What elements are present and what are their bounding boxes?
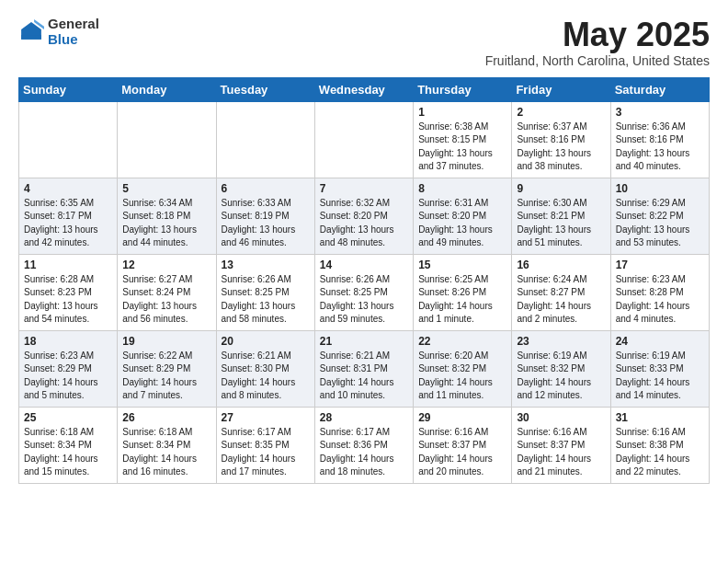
svg-rect-2 <box>21 35 41 40</box>
page: General Blue May 2025 Fruitland, North C… <box>0 0 728 500</box>
calendar-cell: 21Sunrise: 6:21 AM Sunset: 8:31 PM Dayli… <box>314 330 413 407</box>
day-info: Sunrise: 6:22 AM Sunset: 8:29 PM Dayligh… <box>122 350 210 403</box>
calendar-cell: 13Sunrise: 6:26 AM Sunset: 8:25 PM Dayli… <box>216 254 314 330</box>
day-info: Sunrise: 6:32 AM Sunset: 8:20 PM Dayligh… <box>320 197 408 250</box>
calendar-cell: 23Sunrise: 6:19 AM Sunset: 8:32 PM Dayli… <box>512 330 610 407</box>
day-number: 27 <box>222 411 310 424</box>
day-info: Sunrise: 6:26 AM Sunset: 8:25 PM Dayligh… <box>320 273 408 327</box>
calendar-cell: 8Sunrise: 6:31 AM Sunset: 8:20 PM Daylig… <box>414 178 512 254</box>
day-info: Sunrise: 6:26 AM Sunset: 8:25 PM Dayligh… <box>222 273 310 327</box>
day-info: Sunrise: 6:37 AM Sunset: 8:16 PM Dayligh… <box>517 121 605 174</box>
calendar-cell: 31Sunrise: 6:16 AM Sunset: 8:38 PM Dayli… <box>610 407 709 483</box>
day-number: 20 <box>222 335 310 348</box>
day-number: 29 <box>418 411 506 424</box>
day-info: Sunrise: 6:17 AM Sunset: 8:36 PM Dayligh… <box>320 426 408 479</box>
day-number: 7 <box>320 182 408 195</box>
day-number: 15 <box>418 259 506 271</box>
logo-general: General <box>48 17 99 32</box>
calendar-cell <box>19 101 118 178</box>
title-block: May 2025 Fruitland, North Carolina, Unit… <box>485 17 710 68</box>
day-info: Sunrise: 6:17 AM Sunset: 8:35 PM Dayligh… <box>222 426 310 479</box>
day-number: 25 <box>24 411 112 424</box>
day-number: 11 <box>24 259 112 271</box>
calendar-cell: 24Sunrise: 6:19 AM Sunset: 8:33 PM Dayli… <box>610 330 709 407</box>
calendar-cell: 20Sunrise: 6:21 AM Sunset: 8:30 PM Dayli… <box>216 330 314 407</box>
day-info: Sunrise: 6:16 AM Sunset: 8:37 PM Dayligh… <box>517 426 605 479</box>
calendar-cell: 25Sunrise: 6:18 AM Sunset: 8:34 PM Dayli… <box>19 407 118 483</box>
calendar-cell: 28Sunrise: 6:17 AM Sunset: 8:36 PM Dayli… <box>314 407 413 483</box>
day-info: Sunrise: 6:29 AM Sunset: 8:22 PM Dayligh… <box>616 197 704 250</box>
logo-text: General Blue <box>48 17 99 47</box>
calendar-cell: 27Sunrise: 6:17 AM Sunset: 8:35 PM Dayli… <box>216 407 314 483</box>
calendar-table: SundayMondayTuesdayWednesdayThursdayFrid… <box>18 77 710 484</box>
day-number: 13 <box>222 259 310 271</box>
day-info: Sunrise: 6:31 AM Sunset: 8:20 PM Dayligh… <box>418 197 506 250</box>
calendar-cell: 3Sunrise: 6:36 AM Sunset: 8:16 PM Daylig… <box>610 101 709 178</box>
day-number: 17 <box>616 259 704 271</box>
month-title: May 2025 <box>485 17 710 53</box>
calendar-header-row: SundayMondayTuesdayWednesdayThursdayFrid… <box>19 77 710 101</box>
day-info: Sunrise: 6:38 AM Sunset: 8:15 PM Dayligh… <box>418 121 506 174</box>
calendar-cell: 17Sunrise: 6:23 AM Sunset: 8:28 PM Dayli… <box>610 254 709 330</box>
day-info: Sunrise: 6:18 AM Sunset: 8:34 PM Dayligh… <box>122 426 210 479</box>
day-info: Sunrise: 6:19 AM Sunset: 8:32 PM Dayligh… <box>517 350 605 403</box>
day-info: Sunrise: 6:23 AM Sunset: 8:29 PM Dayligh… <box>24 350 112 403</box>
day-info: Sunrise: 6:18 AM Sunset: 8:34 PM Dayligh… <box>24 426 112 479</box>
logo-icon <box>18 19 44 45</box>
calendar-week-2: 4Sunrise: 6:35 AM Sunset: 8:17 PM Daylig… <box>19 178 710 254</box>
calendar-cell <box>118 101 216 178</box>
calendar-header-monday: Monday <box>118 77 216 101</box>
calendar-cell: 16Sunrise: 6:24 AM Sunset: 8:27 PM Dayli… <box>512 254 610 330</box>
day-info: Sunrise: 6:28 AM Sunset: 8:23 PM Dayligh… <box>24 273 112 327</box>
calendar-week-3: 11Sunrise: 6:28 AM Sunset: 8:23 PM Dayli… <box>19 254 710 330</box>
calendar-week-1: 1Sunrise: 6:38 AM Sunset: 8:15 PM Daylig… <box>19 101 710 178</box>
day-info: Sunrise: 6:34 AM Sunset: 8:18 PM Dayligh… <box>122 197 210 250</box>
day-number: 3 <box>616 106 704 119</box>
day-info: Sunrise: 6:30 AM Sunset: 8:21 PM Dayligh… <box>517 197 605 250</box>
calendar-header-wednesday: Wednesday <box>314 77 413 101</box>
calendar-cell: 15Sunrise: 6:25 AM Sunset: 8:26 PM Dayli… <box>414 254 512 330</box>
calendar-cell: 1Sunrise: 6:38 AM Sunset: 8:15 PM Daylig… <box>414 101 512 178</box>
day-number: 19 <box>122 335 210 348</box>
calendar-cell: 6Sunrise: 6:33 AM Sunset: 8:19 PM Daylig… <box>216 178 314 254</box>
day-info: Sunrise: 6:25 AM Sunset: 8:26 PM Dayligh… <box>418 273 506 327</box>
calendar-cell: 22Sunrise: 6:20 AM Sunset: 8:32 PM Dayli… <box>414 330 512 407</box>
day-number: 12 <box>122 259 210 271</box>
calendar-cell: 18Sunrise: 6:23 AM Sunset: 8:29 PM Dayli… <box>19 330 118 407</box>
day-number: 14 <box>320 259 408 271</box>
calendar-cell: 14Sunrise: 6:26 AM Sunset: 8:25 PM Dayli… <box>314 254 413 330</box>
calendar-cell <box>216 101 314 178</box>
day-number: 18 <box>24 335 112 348</box>
day-info: Sunrise: 6:24 AM Sunset: 8:27 PM Dayligh… <box>517 273 605 327</box>
day-number: 1 <box>418 106 506 119</box>
calendar-week-4: 18Sunrise: 6:23 AM Sunset: 8:29 PM Dayli… <box>19 330 710 407</box>
day-number: 2 <box>517 106 605 119</box>
day-info: Sunrise: 6:33 AM Sunset: 8:19 PM Dayligh… <box>222 197 310 250</box>
calendar-cell: 19Sunrise: 6:22 AM Sunset: 8:29 PM Dayli… <box>118 330 216 407</box>
day-info: Sunrise: 6:36 AM Sunset: 8:16 PM Dayligh… <box>616 121 704 174</box>
day-number: 8 <box>418 182 506 195</box>
calendar-cell: 26Sunrise: 6:18 AM Sunset: 8:34 PM Dayli… <box>118 407 216 483</box>
calendar-cell: 12Sunrise: 6:27 AM Sunset: 8:24 PM Dayli… <box>118 254 216 330</box>
calendar-cell: 11Sunrise: 6:28 AM Sunset: 8:23 PM Dayli… <box>19 254 118 330</box>
day-number: 28 <box>320 411 408 424</box>
calendar-cell: 7Sunrise: 6:32 AM Sunset: 8:20 PM Daylig… <box>314 178 413 254</box>
day-number: 4 <box>24 182 112 195</box>
calendar-cell: 2Sunrise: 6:37 AM Sunset: 8:16 PM Daylig… <box>512 101 610 178</box>
day-number: 26 <box>122 411 210 424</box>
day-number: 21 <box>320 335 408 348</box>
day-number: 5 <box>122 182 210 195</box>
calendar-header-saturday: Saturday <box>610 77 709 101</box>
day-info: Sunrise: 6:35 AM Sunset: 8:17 PM Dayligh… <box>24 197 112 250</box>
day-number: 24 <box>616 335 704 348</box>
calendar-cell: 4Sunrise: 6:35 AM Sunset: 8:17 PM Daylig… <box>19 178 118 254</box>
day-number: 22 <box>418 335 506 348</box>
day-number: 10 <box>616 182 704 195</box>
day-info: Sunrise: 6:23 AM Sunset: 8:28 PM Dayligh… <box>616 273 704 327</box>
day-number: 30 <box>517 411 605 424</box>
day-info: Sunrise: 6:16 AM Sunset: 8:37 PM Dayligh… <box>418 426 506 479</box>
day-number: 16 <box>517 259 605 271</box>
day-info: Sunrise: 6:21 AM Sunset: 8:31 PM Dayligh… <box>320 350 408 403</box>
calendar-cell: 30Sunrise: 6:16 AM Sunset: 8:37 PM Dayli… <box>512 407 610 483</box>
day-number: 6 <box>222 182 310 195</box>
